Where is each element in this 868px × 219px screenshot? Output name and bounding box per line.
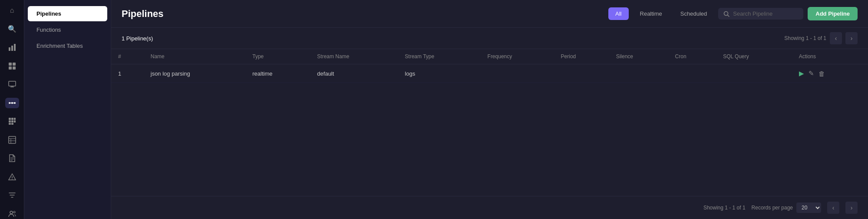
filter-realtime-button[interactable]: Realtime [633,7,669,20]
cell-num: 1 [111,64,144,83]
nav-item-pipelines[interactable]: Pipelines [28,6,107,21]
col-sql-query: SQL Query [716,49,792,64]
svg-point-32 [10,211,13,214]
svg-rect-4 [13,63,16,66]
main-header: Pipelines All Realtime Scheduled Add Pip… [111,0,868,28]
next-page-button-top[interactable]: › [845,32,858,44]
dashboard-icon[interactable] [5,61,19,72]
table-row: 1 json log parsing realtime default logs… [111,64,868,83]
nav-item-functions[interactable]: Functions [28,22,107,37]
col-frequency: Frequency [481,49,554,64]
svg-point-33 [13,211,15,213]
next-page-button-bottom[interactable]: › [845,202,858,214]
svg-point-11 [11,102,13,104]
col-name: Name [144,49,245,64]
prev-page-button-top[interactable]: ‹ [830,32,842,44]
col-actions: Actions [792,49,868,64]
svg-point-12 [14,102,16,104]
col-period: Period [554,49,609,64]
svg-rect-22 [11,123,13,125]
search-box [718,8,803,20]
table-header-row: # Name Type Stream Name Stream Type Freq… [111,49,868,64]
col-num: # [111,49,144,64]
svg-rect-15 [9,118,11,120]
grid2-icon[interactable] [5,116,19,127]
cell-silence [609,64,668,83]
pagination-top: Showing 1 - 1 of 1 ‹ › [784,32,858,44]
svg-rect-3 [9,63,12,66]
svg-rect-18 [9,120,11,123]
cell-cron [668,64,716,83]
svg-rect-7 [9,81,16,86]
svg-rect-21 [9,123,11,125]
cell-frequency [481,64,554,83]
col-cron: Cron [668,49,716,64]
pipelines-table: # Name Type Stream Name Stream Type Freq… [111,49,868,83]
svg-line-35 [728,15,729,17]
col-stream-type: Stream Type [398,49,480,64]
nav-item-enrichment-tables[interactable]: Enrichment Tables [28,38,107,53]
col-stream-name: Stream Name [310,49,398,64]
table-icon[interactable] [5,135,19,146]
pipelines-icon[interactable] [5,98,19,109]
main-content: Pipelines All Realtime Scheduled Add Pip… [111,0,868,219]
action-icons: ▶ ✎ 🗑 [799,70,861,77]
left-nav: Pipelines Functions Enrichment Tables [24,0,111,219]
records-per-page-label: Records per page [752,205,793,211]
users-icon[interactable] [5,209,19,219]
showing-text-top: Showing 1 - 1 of 1 [784,35,826,41]
home-icon[interactable]: ⌂ [5,5,19,16]
records-per-page: Records per page 20 50 100 [752,202,821,213]
search-input[interactable] [733,10,798,17]
search-icon[interactable]: 🔍 [5,24,19,35]
delete-pipeline-icon[interactable]: 🗑 [818,70,825,77]
svg-rect-6 [13,66,16,70]
cell-actions: ▶ ✎ 🗑 [792,64,868,83]
cell-type: realtime [245,64,310,83]
svg-rect-17 [14,118,16,120]
svg-rect-1 [11,46,13,51]
search-icon [723,11,729,17]
col-silence: Silence [609,49,668,64]
alert-icon[interactable] [5,172,19,182]
edit-pipeline-icon[interactable]: ✎ [809,70,814,77]
records-per-page-select[interactable]: 20 50 100 [796,202,821,213]
svg-rect-19 [11,120,13,123]
showing-text-bottom: Showing 1 - 1 of 1 [703,205,746,211]
svg-rect-23 [9,136,16,143]
svg-rect-5 [9,66,12,70]
cell-stream-name: default [310,64,398,83]
filter-icon[interactable] [5,190,19,201]
cell-sql-query [716,64,792,83]
svg-rect-20 [14,120,16,123]
page-title: Pipelines [122,8,164,20]
cell-name: json log parsing [144,64,245,83]
svg-rect-2 [14,44,16,51]
svg-point-10 [9,102,10,104]
prev-page-button-bottom[interactable]: ‹ [827,202,839,214]
icon-sidebar: ⌂ 🔍 [0,0,24,219]
filter-scheduled-button[interactable]: Scheduled [673,7,714,20]
table-container: # Name Type Stream Name Stream Type Freq… [111,49,868,196]
svg-rect-0 [9,47,10,51]
sub-header: 1 Pipeline(s) Showing 1 - 1 of 1 ‹ › [111,28,868,49]
header-actions: All Realtime Scheduled Add Pipeline [608,7,858,20]
filter-all-button[interactable]: All [608,7,628,20]
run-pipeline-icon[interactable]: ▶ [799,70,804,77]
col-type: Type [245,49,310,64]
monitor-icon[interactable] [5,79,19,90]
chart-icon[interactable] [5,42,19,53]
cell-stream-type: logs [398,64,480,83]
pipeline-count: 1 Pipeline(s) [122,35,153,42]
document-icon[interactable] [5,153,19,164]
svg-rect-16 [11,118,13,120]
table-footer: Showing 1 - 1 of 1 Records per page 20 5… [111,196,868,219]
cell-period [554,64,609,83]
svg-point-31 [12,179,13,179]
add-pipeline-button[interactable]: Add Pipeline [808,7,858,20]
